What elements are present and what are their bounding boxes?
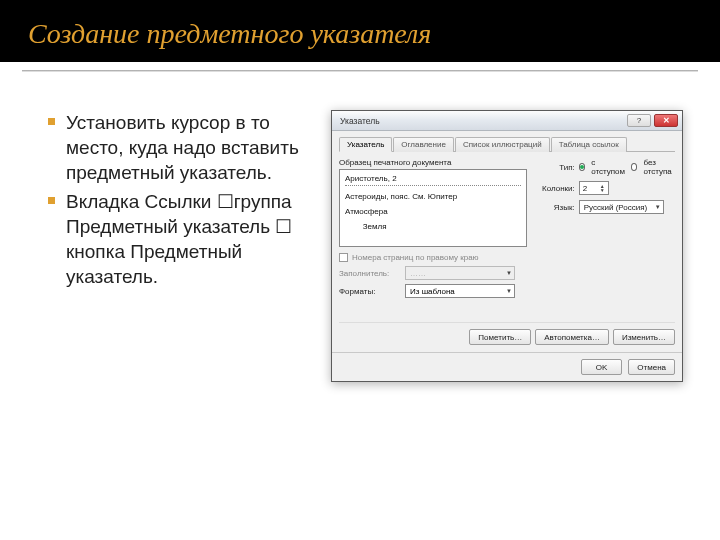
chevron-down-icon: ▼ — [655, 204, 661, 210]
dialog-body: Указатель Оглавление Список иллюстраций … — [332, 131, 682, 352]
radio-indented[interactable] — [579, 163, 585, 171]
right-align-label: Номера страниц по правому краю — [352, 253, 479, 262]
side-options: Тип: с отступом без отступа Колонки: — [535, 158, 675, 247]
dialog-footer: OK Отмена — [332, 352, 682, 381]
index-dialog: Указатель ? ✕ Указатель Оглавление Списо… — [331, 110, 683, 382]
ok-button[interactable]: OK — [581, 359, 623, 375]
slide-content: Установить курсор в то место, куда надо … — [0, 72, 720, 382]
list-item: Вкладка Ссылки ☐группа Предметный указат… — [48, 189, 308, 289]
bullet-list: Установить курсор в то место, куда надо … — [48, 110, 308, 382]
type-label: Тип: — [535, 163, 575, 172]
preview-label: Образец печатного документа — [339, 158, 527, 167]
mark-button[interactable]: Пометить… — [469, 329, 531, 345]
preview-line: Аристотель, 2 — [345, 174, 521, 186]
right-align-row: Номера страниц по правому краю — [339, 253, 675, 262]
help-button[interactable]: ? — [627, 114, 651, 127]
preview-line: Атмосфера — [345, 207, 521, 216]
tab-toc[interactable]: Оглавление — [393, 137, 454, 152]
tab-index[interactable]: Указатель — [339, 137, 392, 152]
tab-figures[interactable]: Список иллюстраций — [455, 137, 550, 152]
tab-authorities[interactable]: Таблица ссылок — [551, 137, 627, 152]
tab-strip: Указатель Оглавление Список иллюстраций … — [339, 136, 675, 152]
dialog-column: Указатель ? ✕ Указатель Оглавление Списо… — [322, 110, 692, 382]
preview-box: Аристотель, 2 Астероиды, пояс. См. Юпите… — [339, 169, 527, 247]
preview-line: Астероиды, пояс. См. Юпитер — [345, 192, 521, 201]
list-item: Установить курсор в то место, куда надо … — [48, 110, 308, 185]
automark-button[interactable]: Автопометка… — [535, 329, 609, 345]
radio-runin[interactable] — [631, 163, 637, 171]
lang-row: Язык: Русский (Россия) ▼ — [535, 200, 675, 214]
formats-value: Из шаблона — [410, 287, 455, 296]
slide-header: Создание предметного указателя — [0, 0, 720, 62]
dialog-caption: Указатель — [340, 116, 380, 126]
formats-label: Форматы: — [339, 287, 399, 296]
lang-combo[interactable]: Русский (Россия) ▼ — [579, 200, 664, 214]
filler-combo: …… ▼ — [405, 266, 515, 280]
cancel-button[interactable]: Отмена — [628, 359, 675, 375]
lang-label: Язык: — [535, 203, 575, 212]
modify-button[interactable]: Изменить… — [613, 329, 675, 345]
window-buttons: ? ✕ — [627, 114, 678, 127]
formats-combo[interactable]: Из шаблона ▼ — [405, 284, 515, 298]
chevron-down-icon: ▼ — [506, 270, 512, 276]
lang-value: Русский (Россия) — [584, 203, 647, 212]
action-buttons-row: Пометить… Автопометка… Изменить… — [339, 322, 675, 345]
radio-runin-label: без отступа — [643, 158, 675, 176]
filler-row: Заполнитель: …… ▼ — [339, 266, 675, 280]
formats-row: Форматы: Из шаблона ▼ — [339, 284, 675, 298]
slide-title: Создание предметного указателя — [28, 18, 692, 50]
panel-top: Образец печатного документа Аристотель, … — [339, 158, 675, 247]
filler-value: …… — [410, 269, 426, 278]
columns-spinner[interactable]: 2 ▲▼ — [579, 181, 609, 195]
spinner-arrows-icon[interactable]: ▲▼ — [600, 184, 605, 192]
type-row: Тип: с отступом без отступа — [535, 158, 675, 176]
preview-block: Образец печатного документа Аристотель, … — [339, 158, 527, 247]
columns-value: 2 — [583, 184, 587, 193]
close-button[interactable]: ✕ — [654, 114, 678, 127]
bullet-text: Установить курсор в то место, куда надо … — [66, 112, 299, 183]
filler-label: Заполнитель: — [339, 269, 399, 278]
columns-row: Колонки: 2 ▲▼ — [535, 181, 675, 195]
chevron-down-icon: ▼ — [506, 288, 512, 294]
columns-label: Колонки: — [535, 184, 575, 193]
right-align-checkbox[interactable] — [339, 253, 348, 262]
radio-indented-label: с отступом — [591, 158, 625, 176]
preview-line: Земля — [345, 222, 521, 231]
dialog-titlebar[interactable]: Указатель ? ✕ — [332, 111, 682, 131]
bullet-text: Вкладка Ссылки ☐группа Предметный указат… — [66, 191, 292, 287]
